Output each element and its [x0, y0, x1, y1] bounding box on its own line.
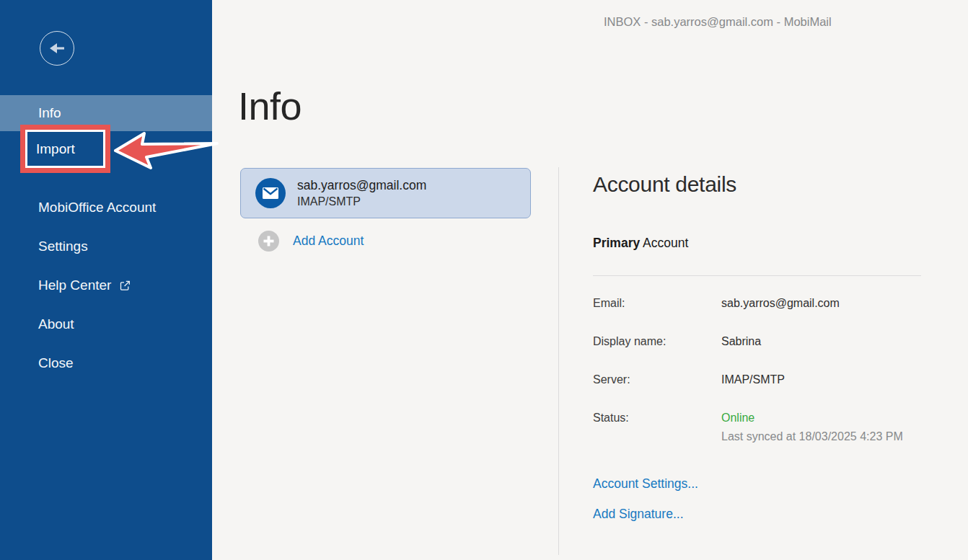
email-account-icon — [255, 178, 286, 208]
sidebar-item-settings[interactable]: Settings — [0, 227, 212, 266]
account-type-rest: Account — [643, 236, 688, 250]
field-label: Server: — [593, 373, 630, 386]
sidebar-item-label: Settings — [38, 239, 88, 254]
account-details-panel: Account details Primary Account Email: s… — [593, 167, 922, 560]
account-settings-link[interactable]: Account Settings... — [593, 476, 698, 492]
window-title: INBOX - sab.yarros@gmail.com - MobiMail — [604, 15, 832, 29]
main-area: INBOX - sab.yarros@gmail.com - MobiMail … — [212, 0, 968, 560]
details-heading: Account details — [593, 172, 736, 197]
sidebar-item-close[interactable]: Close — [0, 344, 212, 383]
add-signature-link[interactable]: Add Signature... — [593, 507, 684, 522]
field-label: Status: — [593, 412, 629, 425]
field-value: IMAP/SMTP — [721, 373, 785, 386]
field-value: Sabrina — [721, 335, 761, 348]
account-list-item[interactable]: sab.yarros@gmail.com IMAP/SMTP — [240, 168, 531, 218]
add-account-button[interactable]: Add Account — [258, 231, 364, 252]
sidebar-item-label: MobiOffice Account — [38, 200, 156, 215]
last-synced-text: Last synced at 18/03/2025 4:23 PM — [721, 430, 903, 443]
sidebar-nav: MobiOffice Account Settings Help Center … — [0, 188, 212, 383]
back-button[interactable] — [40, 31, 74, 66]
sidebar-item-help-center[interactable]: Help Center — [0, 266, 212, 305]
account-protocol: IMAP/SMTP — [297, 195, 361, 208]
sidebar-item-label: Info — [38, 105, 61, 121]
sidebar: Info Import MobiOffice Account Settings … — [0, 0, 212, 560]
account-email: sab.yarros@gmail.com — [297, 178, 426, 193]
plus-icon — [258, 231, 279, 252]
account-type-primary: Primary — [593, 236, 640, 250]
sidebar-item-about[interactable]: About — [0, 305, 212, 344]
back-arrow-icon — [48, 42, 66, 55]
sidebar-item-label: About — [38, 316, 74, 332]
account-type-label: Primary Account — [593, 236, 688, 251]
sidebar-item-label: Import — [36, 141, 75, 157]
status-value: Online — [721, 412, 754, 425]
horizontal-divider — [593, 275, 921, 276]
sidebar-item-import[interactable]: Import — [20, 125, 110, 173]
page-title: Info — [238, 84, 302, 128]
add-account-label: Add Account — [293, 234, 364, 249]
sidebar-item-label: Close — [38, 355, 74, 371]
field-value: sab.yarros@gmail.com — [721, 297, 840, 310]
vertical-divider — [558, 167, 559, 555]
field-label: Display name: — [593, 335, 666, 348]
sidebar-item-label: Help Center — [38, 277, 111, 293]
external-link-icon — [120, 280, 131, 291]
sidebar-item-mobioffice-account[interactable]: MobiOffice Account — [0, 188, 212, 227]
field-label: Email: — [593, 297, 625, 310]
